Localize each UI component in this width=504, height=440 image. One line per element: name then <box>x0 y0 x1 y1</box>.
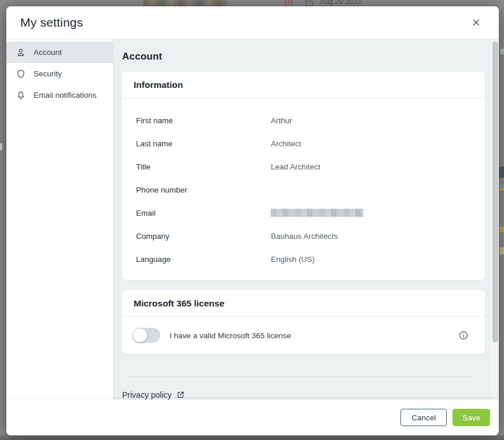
field-row-email: Email <box>122 201 485 224</box>
background-fragment <box>499 167 504 178</box>
field-value: Bauhaus Architects <box>271 232 338 241</box>
license-card-header: Microsoft 365 license <box>122 290 485 317</box>
modal-title: My settings <box>20 16 83 29</box>
license-toggle-label: I have a valid Microsoft 365 license <box>170 331 291 340</box>
privacy-policy-label: Privacy policy <box>122 390 172 400</box>
account-settings-panel: Account Information First name Arthur La… <box>113 39 499 400</box>
background-fragment <box>0 143 2 150</box>
close-icon <box>471 17 481 28</box>
background-fragment <box>499 188 504 191</box>
sidebar-item-label: Security <box>34 69 62 78</box>
field-value: Architect <box>271 139 301 148</box>
field-row-title: Title Lead Architect <box>122 155 485 178</box>
sidebar-item-account[interactable]: Account <box>6 42 113 63</box>
scrollbar-thumb[interactable] <box>492 42 498 342</box>
information-card-title: Information <box>134 80 183 90</box>
sidebar-item-label: Email notifications <box>34 91 97 99</box>
field-label: Language <box>136 255 271 264</box>
person-icon <box>16 47 26 58</box>
field-row-first-name: First name Arthur <box>122 109 485 132</box>
bell-icon <box>16 90 26 101</box>
privacy-policy-link[interactable]: Privacy policy <box>122 390 185 400</box>
toggle-knob <box>133 328 147 342</box>
modal-header: My settings <box>6 6 499 39</box>
alert-icon-fragment: (!) <box>285 0 293 6</box>
redacted-email-value <box>271 209 363 217</box>
cancel-button[interactable]: Cancel <box>400 409 447 426</box>
information-card: Information First name Arthur Last name … <box>122 72 485 280</box>
field-label: Phone number <box>136 186 271 194</box>
close-button[interactable] <box>466 13 486 32</box>
field-value: Arthur <box>271 116 292 125</box>
information-card-header: Information <box>122 72 485 98</box>
info-icon <box>458 330 469 341</box>
modal-footer: Cancel Save <box>6 400 499 435</box>
background-date-text: Aug 29 2022 <box>320 0 361 6</box>
sidebar-item-security[interactable]: Security <box>6 63 113 84</box>
sidebar-item-email-notifications[interactable]: Email notifications <box>6 84 113 106</box>
field-row-phone-number: Phone number <box>122 178 485 201</box>
content-divider <box>122 376 475 376</box>
field-label: Last name <box>136 139 271 148</box>
field-label: Email <box>136 209 271 217</box>
field-label: First name <box>136 116 271 125</box>
field-row-language: Language English (US) <box>122 247 485 271</box>
field-value: English (US) <box>271 255 315 264</box>
field-row-last-name: Last name Architect <box>122 132 485 155</box>
sidebar-item-label: Account <box>34 48 62 57</box>
shield-icon <box>16 69 26 79</box>
microsoft-365-license-card: Microsoft 365 license I have a valid Mic… <box>122 290 485 354</box>
page-title: Account <box>122 51 484 62</box>
settings-sidebar: Account Security Email n <box>6 39 113 400</box>
field-label: Company <box>136 232 271 241</box>
field-label: Title <box>136 162 271 171</box>
information-fields: First name Arthur Last name Architect Ti… <box>122 98 485 280</box>
save-button[interactable]: Save <box>453 409 490 426</box>
my-settings-modal: My settings Account <box>6 6 499 435</box>
field-value: Lead Architect <box>271 162 321 171</box>
modal-body: Account Security Email n <box>6 39 499 400</box>
background-fragment <box>500 49 504 54</box>
field-row-company: Company Bauhaus Architects <box>122 224 485 247</box>
background-fragment <box>499 227 504 232</box>
license-toggle-row: I have a valid Microsoft 365 license <box>122 317 485 354</box>
background-fragment <box>499 184 504 187</box>
license-card-title: Microsoft 365 license <box>134 298 225 309</box>
license-toggle[interactable] <box>133 328 160 343</box>
background-fragment <box>499 247 504 254</box>
dimmed-background-bottom <box>0 435 504 440</box>
external-link-icon <box>176 391 185 399</box>
license-info-button[interactable] <box>458 330 469 341</box>
